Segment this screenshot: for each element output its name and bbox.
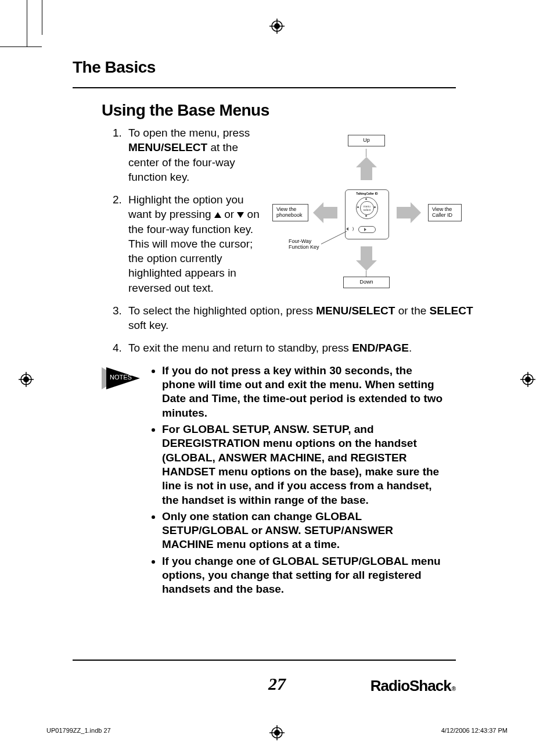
note-item: For GLOBAL SETUP, ANSW. SETUP, and DEREG…	[162, 422, 447, 507]
step-3: To select the highlighted option, press …	[125, 303, 479, 333]
down-triangle-icon	[237, 212, 244, 218]
step-4: To exit the menu and return to standby, …	[125, 341, 479, 355]
arrow-left-head-icon	[313, 202, 323, 223]
arrow-right-head-icon	[411, 202, 421, 223]
chapter-title: The Basics	[73, 58, 456, 77]
notes-block: NOTES If you do not press a key within 3…	[102, 364, 456, 599]
svg-point-7	[23, 377, 29, 382]
step-bold: MENU/SELECT	[316, 304, 395, 317]
diagram-label-up: Up	[348, 135, 385, 146]
page-number: 27	[0, 674, 554, 694]
step-1: To open the menu, press MENU/SELECT at t…	[125, 126, 268, 184]
function-key-diagram: Up View the phonebook View the Caller ID…	[278, 126, 456, 294]
device-icon: TalkingCaller ID menuselect	[345, 189, 389, 239]
step-text: or	[221, 208, 237, 220]
svg-point-11	[525, 377, 531, 382]
step-text: To exit the menu and return to standby, …	[128, 342, 352, 354]
registration-mark-icon	[269, 725, 285, 740]
connector-line	[366, 149, 366, 157]
brand-logo: RadioShack®	[370, 677, 455, 695]
svg-line-16	[321, 231, 347, 244]
footer-rule	[73, 660, 456, 661]
step-text: soft key.	[128, 319, 168, 331]
note-item: Only one station can change GLOBAL SETUP…	[162, 510, 447, 552]
up-triangle-icon	[214, 212, 221, 218]
notes-icon: NOTES	[102, 367, 143, 389]
print-slug-right: 4/12/2006 12:43:37 PM	[441, 727, 508, 734]
step-text: To select the highlighted option, press	[128, 304, 316, 317]
connector-line	[366, 271, 366, 277]
horizontal-rule	[73, 87, 456, 88]
crop-mark	[27, 0, 27, 46]
device-label: TalkingCaller ID	[346, 192, 388, 195]
step-2: Highlight the option you want by pressin…	[125, 192, 268, 295]
arrow-down-head-icon	[356, 260, 377, 271]
diagram-label-right: View the Caller ID	[428, 204, 462, 221]
step-text: on the four-way function key. This will …	[128, 208, 260, 293]
section-title: Using the Base Menus	[102, 101, 456, 120]
notes-label: NOTES	[110, 374, 132, 381]
svg-point-15	[274, 730, 280, 736]
print-slug-left: UP01799ZZ_1.indb 27	[46, 727, 111, 734]
step-text: or the	[395, 304, 429, 317]
note-item: If you do not press a key within 30 seco…	[162, 364, 447, 420]
arrow-left-icon	[323, 207, 337, 218]
arrow-up-head-icon	[356, 157, 377, 167]
registration-mark-icon	[520, 372, 535, 387]
diagram-label-left: View the phonebook	[272, 204, 308, 221]
registration-mark-icon	[19, 372, 34, 387]
brand-text: RadioShack	[370, 677, 451, 694]
note-item: If you change one of GLOBAL SETUP/GLOBAL…	[162, 554, 447, 597]
diagram-label-down: Down	[343, 277, 390, 288]
arrow-down-icon	[361, 246, 372, 260]
arrow-up-icon	[361, 166, 372, 180]
step-bold: END/PAGE	[352, 342, 409, 354]
step-text: .	[409, 342, 412, 354]
pointer-line-icon	[321, 230, 347, 245]
crop-mark	[0, 46, 42, 47]
diagram-label-funckey: Four-Way Function Key	[289, 239, 323, 250]
arrow-right-icon	[397, 207, 411, 218]
step-text: To open the menu, press	[128, 127, 250, 139]
registration-mark-icon	[269, 19, 285, 34]
crop-mark	[42, 0, 42, 35]
step-bold: SELECT	[430, 304, 473, 317]
page-content: The Basics Using the Base Menus To open …	[73, 58, 456, 599]
step-bold: MENU/SELECT	[128, 141, 207, 153]
svg-point-3	[274, 23, 280, 29]
